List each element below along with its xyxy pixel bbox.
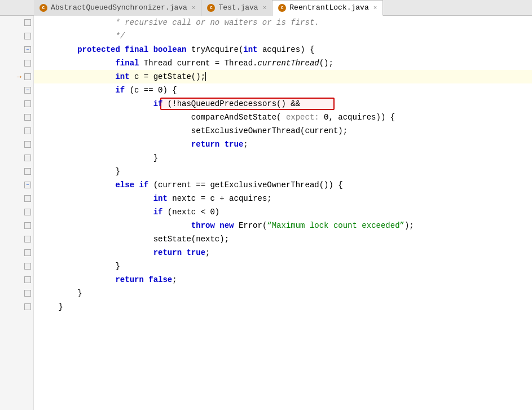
fold-2 <box>24 33 31 39</box>
code-line-14: int nextc = c + acquires; <box>34 192 532 205</box>
tab-test[interactable]: c Test.java × <box>201 0 272 16</box>
fold-11 <box>24 155 31 161</box>
breakpoint-13[interactable] <box>15 181 23 189</box>
code-line-13: else if (current == getExclusiveOwnerThr… <box>34 178 532 192</box>
fold-8 <box>24 114 31 121</box>
code-text-16: throw new Error(“Maximum lock count exce… <box>39 221 414 230</box>
breakpoint-8[interactable] <box>15 113 23 121</box>
code-line-8: compareAndSetState( expect: 0, acquires)… <box>34 111 532 124</box>
code-text-22: } <box>39 302 63 311</box>
breakpoint-19[interactable] <box>15 262 23 270</box>
fold-7 <box>24 100 31 107</box>
breakpoint-9[interactable] <box>15 127 23 135</box>
code-line-3: protected final boolean tryAcquire(int a… <box>34 43 532 56</box>
breakpoint-22[interactable] <box>15 303 23 311</box>
fold-17 <box>24 236 31 243</box>
breakpoint-11[interactable] <box>15 154 23 162</box>
tab-close-test[interactable]: × <box>263 5 267 11</box>
fold-3[interactable]: − <box>24 46 31 53</box>
code-line-10: return true; <box>34 138 532 151</box>
breakpoint-20[interactable] <box>15 276 23 284</box>
breakpoint-3[interactable] <box>15 46 23 54</box>
code-line-19: } <box>34 259 532 273</box>
breakpoint-10[interactable] <box>15 140 23 148</box>
code-line-9: setExclusiveOwnerThread(current); <box>34 124 532 138</box>
fold-16 <box>24 222 31 229</box>
gutter-row-21 <box>0 286 33 300</box>
code-line-5: int c = getState(); <box>34 70 532 83</box>
breakpoint-21[interactable] <box>15 289 23 297</box>
tab-label-reentrantlock: ReentrantLock.java <box>289 3 368 12</box>
tab-icon-test: c <box>207 4 215 12</box>
gutter-row-6: − <box>0 83 33 97</box>
fold-13[interactable]: − <box>24 182 31 188</box>
fold-14 <box>24 195 31 202</box>
tab-reentrantlock[interactable]: c ReentrantLock.java × <box>272 0 383 16</box>
code-text-9: setExclusiveOwnerThread(current); <box>39 126 348 135</box>
gutter-row-19 <box>0 259 33 273</box>
gutter-row-20 <box>0 273 33 286</box>
code-line-20: return false; <box>34 273 532 286</box>
tab-icon-reentrantlock: c <box>278 4 286 12</box>
code-text-21: } <box>39 289 82 298</box>
fold-6[interactable]: − <box>24 87 31 94</box>
code-line-2: */ <box>34 29 532 43</box>
code-text-12: } <box>39 167 120 176</box>
tab-bar: c AbstractQueuedSynchronizer.java × c Te… <box>0 0 532 16</box>
code-text-6: if (c == 0) { <box>39 86 177 95</box>
gutter-row-14 <box>0 192 33 205</box>
code-text-14: int nextc = c + acquires; <box>39 194 272 203</box>
fold-20 <box>24 276 31 283</box>
breakpoint-16[interactable] <box>15 222 23 230</box>
tab-icon-abstractqueued: c <box>39 4 47 12</box>
breakpoint-15[interactable] <box>15 208 23 216</box>
fold-9 <box>24 127 31 134</box>
code-line-18: return true; <box>34 246 532 259</box>
breakpoint-14[interactable] <box>15 195 23 202</box>
tab-close-reentrantlock[interactable]: × <box>373 5 377 11</box>
gutter-row-5: → <box>0 70 33 83</box>
code-text-11: } <box>39 153 158 162</box>
breakpoint-2[interactable] <box>15 32 23 40</box>
tab-close-abstractqueued[interactable]: × <box>192 5 196 11</box>
fold-12 <box>24 168 31 175</box>
code-line-21: } <box>34 286 532 300</box>
fold-15 <box>24 209 31 215</box>
code-line-16: throw new Error(“Maximum lock count exce… <box>34 219 532 232</box>
code-text-19: } <box>39 262 120 271</box>
breakpoint-6[interactable] <box>15 86 23 94</box>
gutter-row-18 <box>0 246 33 259</box>
gutter-row-4 <box>0 56 33 70</box>
code-area[interactable]: * recursive call or no waiters or is fir… <box>34 16 532 410</box>
tab-abstractqueued[interactable]: c AbstractQueuedSynchronizer.java × <box>34 0 201 16</box>
gutter-row-22 <box>0 300 33 314</box>
code-line-17: setState(nextc); <box>34 232 532 246</box>
code-text-1: * recursive call or no waiters or is fir… <box>39 18 319 27</box>
code-line-22: } <box>34 300 532 314</box>
gutter-row-2 <box>0 29 33 43</box>
gutter-row-1 <box>0 16 33 29</box>
breakpoint-12[interactable] <box>15 167 23 175</box>
gutter-row-10 <box>0 138 33 151</box>
gutter-row-7 <box>0 97 33 111</box>
breakpoint-4[interactable] <box>15 59 23 67</box>
breakpoint-1[interactable] <box>15 19 23 27</box>
gutter-row-17 <box>0 232 33 246</box>
breakpoint-18[interactable] <box>15 249 23 257</box>
breakpoint-17[interactable] <box>15 235 23 243</box>
code-line-4: final Thread current = Thread.currentThr… <box>34 56 532 70</box>
gutter: − → − <box>0 16 34 410</box>
gutter-row-8 <box>0 111 33 124</box>
code-text-20: return false; <box>39 275 177 284</box>
fold-18 <box>24 249 31 256</box>
fold-21 <box>24 290 31 297</box>
code-text-3: protected final boolean tryAcquire(int a… <box>39 45 314 54</box>
fold-22 <box>24 303 31 310</box>
gutter-row-13: − <box>0 178 33 192</box>
code-text-13: else if (current == getExclusiveOwnerThr… <box>39 180 343 189</box>
breakpoint-7[interactable] <box>15 100 23 108</box>
gutter-row-9 <box>0 124 33 138</box>
fold-1 <box>24 19 31 26</box>
gutter-row-15 <box>0 205 33 219</box>
execution-arrow: → <box>15 73 23 81</box>
